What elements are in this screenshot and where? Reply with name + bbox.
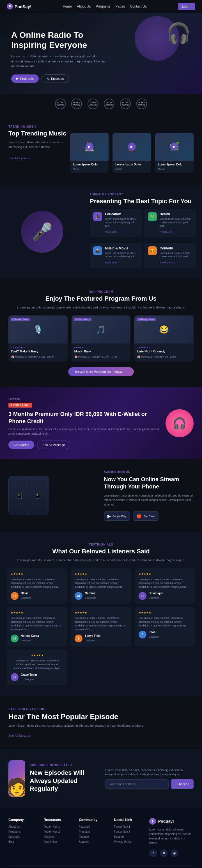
testimonial-text-1: Lorem ipsum dolor sit amet, consectetur …: [11, 578, 64, 589]
play-icon: ▶: [16, 77, 19, 80]
topic-health-read-more[interactable]: Read More →: [160, 230, 175, 234]
get-started-button[interactable]: Get Started: [8, 441, 34, 449]
app-desc: Lorem ipsum dolor sit amet, consectetur …: [104, 494, 194, 507]
program-card-2[interactable]: 🎵 8 D.Dee · Genre 8 D.Dee Music Bank 📅 M…: [72, 315, 131, 362]
hero-buttons: ▶ Programs All Episodes: [11, 74, 107, 83]
browse-programs-button[interactable]: Browse More Program On PodSay! →: [68, 367, 134, 376]
nav-logo[interactable]: 🎙 PodSay!: [7, 3, 31, 9]
avatar-7: G: [11, 673, 19, 681]
nav-about[interactable]: About Us: [77, 4, 91, 8]
google-play-button[interactable]: ▶ Google Play: [104, 512, 130, 521]
newsletter-left: 🧑 Subscribe Newsletter New Episodes Will…: [8, 760, 97, 797]
reviewer-name-2: Mathius: [85, 592, 96, 595]
footer-link-4-0[interactable]: Footer Nav 1: [114, 825, 143, 828]
facebook-icon[interactable]: f: [149, 849, 157, 857]
topic-health[interactable]: 💚 Health Lorem ipsum dolor sit amet, con…: [145, 209, 196, 237]
footer-link-1-3[interactable]: Blog: [8, 840, 38, 843]
footer-link-2-3[interactable]: About New: [44, 840, 73, 843]
premium-title: 3 Months Premium Only IDR 56,096 With E-…: [8, 410, 160, 425]
trending-see-all[interactable]: See All Episode →: [8, 156, 34, 160]
program-img-1: 🎙️ 4 Channel · Genre: [8, 315, 68, 343]
award-6: ULTRA AWARD: [136, 98, 147, 109]
program-card-3[interactable]: 😂 10 Marley · Genre 10 Marley Late Night…: [134, 315, 194, 362]
play-button-3[interactable]: ▶: [170, 143, 178, 151]
footer-links-2: Footer Nav 1 Footer Nav 2 Freebies About…: [44, 825, 73, 843]
footer-link-4-3[interactable]: Privacy Policy: [114, 840, 143, 843]
email-input[interactable]: [105, 779, 169, 789]
footer-link-2-2[interactable]: Freebies: [44, 835, 73, 838]
program-badge-1: 4 Channel · Genre: [11, 318, 30, 321]
testimonials-title: What Our Beloved Listeners Said: [7, 548, 195, 555]
footer-link-4-2[interactable]: Support: [114, 835, 143, 838]
footer-link-1-0[interactable]: About Us: [8, 825, 38, 828]
trending-section: Trending Music Top Trending Music Lorem …: [0, 114, 202, 184]
topic-education[interactable]: 🎓 Education Lorem ipsum dolor sit amet, …: [90, 209, 142, 237]
episodes-button[interactable]: All Episodes: [42, 74, 69, 83]
footer-links-3: Featured Freebies Finance Support: [79, 825, 108, 843]
avatar-1: O: [11, 592, 19, 600]
premium-label: Premium: [8, 398, 160, 401]
twitter-icon[interactable]: ✕: [160, 849, 168, 857]
topic-education-read-more[interactable]: Read More →: [105, 230, 121, 234]
nav-home[interactable]: Home: [63, 4, 72, 8]
nav-links: Home About Us Programs Pages Contact Us: [63, 4, 147, 8]
music-card-2[interactable]: 🗼 ▶ Lorem Ipsum Dolor Music: [112, 133, 151, 173]
footer-link-1-1[interactable]: Programs: [8, 830, 38, 833]
testimonials-row3: ★★★★★ Lorem ipsum dolor sit amet, consec…: [7, 650, 195, 685]
footer-link-1-2[interactable]: Episodes: [8, 835, 38, 838]
music-card-3[interactable]: 🌿 ▶ Lorem Ipsum Dolor Music: [155, 133, 194, 173]
footer-link-3-2[interactable]: Finance: [79, 835, 108, 838]
music-movie-icon: 🎬: [93, 246, 102, 255]
music-card-1[interactable]: 🏯 ▶ Lorem Ipsum Dolor Music: [70, 133, 108, 173]
login-button[interactable]: Log In: [178, 3, 195, 10]
footer-link-4-1[interactable]: Footer Nav 2: [114, 830, 143, 833]
footer-col-2: Resources Footer Nav 1 Footer Nav 2 Free…: [44, 818, 73, 857]
topic-education-desc: Lorem ipsum dolor sit amet, consectetur …: [105, 217, 138, 228]
footer-links-4: Footer Nav 1 Footer Nav 2 Support Privac…: [114, 825, 143, 843]
newsletter-person-image: 🧑: [8, 760, 25, 797]
play-button-2[interactable]: ▶: [128, 143, 136, 151]
apple-icon: 🍎: [136, 514, 142, 519]
footer-link-3-3[interactable]: Support: [79, 840, 108, 843]
see-package-button[interactable]: See All Package: [37, 441, 70, 449]
program-title-2: Music Bank: [74, 350, 128, 353]
subscribe-button[interactable]: Subscribe: [171, 779, 194, 789]
testimonial-text-7: Lorem ipsum dolor sit amet, consectetur …: [11, 659, 64, 671]
footer-link-3-1[interactable]: Freebies: [79, 830, 108, 833]
music-card-img-1: 🏯 ▶: [70, 133, 108, 161]
nav-programs[interactable]: Programs: [96, 4, 110, 8]
avatar-2: M: [75, 592, 82, 600]
topic-music-movie[interactable]: 🎬 Music & Movie Lorem ipsum dolor sit am…: [90, 243, 142, 268]
topic-comedy[interactable]: 😄 Comedy Lorem ipsum dolor sit amet, con…: [145, 243, 196, 268]
newsletter-sub-tag: Subscribe Newsletter: [30, 764, 97, 767]
trending-desc: Lorem ipsum dolor sit amet, consectetur …: [8, 140, 70, 150]
topic-music-title: Music & Movie: [105, 246, 138, 250]
footer-link-2-1[interactable]: Footer Nav 2: [44, 830, 73, 833]
blog-see-all[interactable]: See All Episode →: [8, 734, 34, 737]
music-card-img-2: 🗼 ▶: [112, 133, 151, 161]
programs-button[interactable]: ▶ Programs: [11, 74, 39, 83]
topic-comedy-read-more[interactable]: Read More →: [160, 261, 175, 264]
awards-section: ULTRA AWARD ULTRA AWARD ULTRA AWARD ULTR…: [0, 94, 202, 114]
phone-mock-2: 📱: [27, 476, 49, 515]
program-card-1[interactable]: 🎙️ 4 Channel · Genre 4 Channel Diet? Mak…: [8, 315, 68, 362]
play-button-1[interactable]: ▶: [85, 143, 94, 151]
reviewer-name-5: Sonya Field: [85, 634, 100, 638]
reviewer-role-1: Designer: [21, 596, 31, 599]
app-store-button[interactable]: 🍎 App Store: [133, 512, 158, 521]
footer-logo: 🎙 PodSay!: [149, 818, 194, 825]
topic-music-read-more[interactable]: Read More →: [105, 261, 121, 264]
blog-section: Latest Blog Episode Hear The Most Popula…: [0, 696, 202, 749]
nav-contact[interactable]: Contact Us: [130, 4, 147, 8]
education-icon: 🎓: [93, 212, 102, 221]
avatar-6: P: [138, 631, 147, 639]
footer-link-2-0[interactable]: Footer Nav 1: [44, 825, 73, 828]
footer-link-3-0[interactable]: Featured: [79, 825, 108, 828]
available-tag: Available On Mobile: [104, 470, 194, 473]
reviewer-role-3: Designer: [149, 596, 159, 599]
hero-section: A Online Radio To Inspiring Everyone Lor…: [0, 13, 202, 94]
nav-pages[interactable]: Pages: [115, 4, 125, 8]
newsletter-form: Lorem ipsum dolor sit amet, consectetur …: [105, 768, 194, 789]
instagram-icon[interactable]: ◉: [171, 849, 178, 857]
topic-health-title: Health: [160, 212, 193, 216]
